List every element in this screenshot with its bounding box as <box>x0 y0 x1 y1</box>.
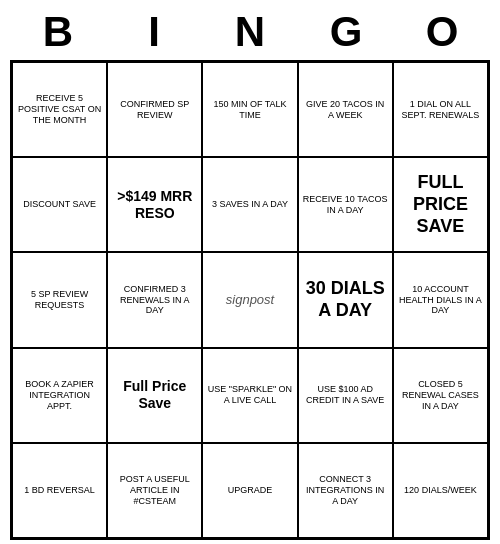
cell-text-o2: FULL PRICE SAVE <box>398 172 483 237</box>
letter-b: B <box>18 8 98 56</box>
cell-text-b4: BOOK A ZAPIER INTEGRATION APPT. <box>17 379 102 411</box>
cell-o5: 120 DIALS/WEEK <box>393 443 488 538</box>
cell-text-i5: POST A USEFUL ARTICLE IN #CSTEAM <box>112 474 197 506</box>
cell-g4: USE $100 AD CREDIT IN A SAVE <box>298 348 393 443</box>
cell-i4: Full Price Save <box>107 348 202 443</box>
cell-text-n2: 3 SAVES IN A DAY <box>212 199 288 210</box>
cell-text-i4: Full Price Save <box>112 378 197 412</box>
cell-o1: 1 DIAL ON ALL SEPT. RENEWALS <box>393 62 488 157</box>
letter-o: O <box>402 8 482 56</box>
cell-text-g5: CONNECT 3 INTEGRATIONS IN A DAY <box>303 474 388 506</box>
cell-text-i3: CONFIRMED 3 RENEWALS IN A DAY <box>112 284 197 316</box>
cell-i2: >$149 MRR RESO <box>107 157 202 252</box>
cell-text-b2: DISCOUNT SAVE <box>23 199 96 210</box>
cell-text-g2: RECEIVE 10 TACOS IN A DAY <box>303 194 388 216</box>
cell-i3: CONFIRMED 3 RENEWALS IN A DAY <box>107 252 202 347</box>
bingo-header: B I N G O <box>10 0 490 60</box>
cell-o2: FULL PRICE SAVE <box>393 157 488 252</box>
cell-text-n5: UPGRADE <box>228 485 273 496</box>
cell-text-b5: 1 BD REVERSAL <box>24 485 95 496</box>
cell-n2: 3 SAVES IN A DAY <box>202 157 297 252</box>
letter-g: G <box>306 8 386 56</box>
cell-g1: GIVE 20 TACOS IN A WEEK <box>298 62 393 157</box>
cell-n5: UPGRADE <box>202 443 297 538</box>
cell-text-i2: >$149 MRR RESO <box>112 188 197 222</box>
letter-i: I <box>114 8 194 56</box>
cell-text-o5: 120 DIALS/WEEK <box>404 485 477 496</box>
cell-text-b3: 5 SP REVIEW REQUESTS <box>17 289 102 311</box>
cell-text-g1: GIVE 20 TACOS IN A WEEK <box>303 99 388 121</box>
cell-g3: 30 DIALS A DAY <box>298 252 393 347</box>
cell-text-i1: CONFIRMED SP REVIEW <box>112 99 197 121</box>
cell-g2: RECEIVE 10 TACOS IN A DAY <box>298 157 393 252</box>
cell-text-b1: RECEIVE 5 POSITIVE CSAT ON THE MONTH <box>17 93 102 125</box>
cell-text-o4: CLOSED 5 RENEWAL CASES IN A DAY <box>398 379 483 411</box>
cell-text-o1: 1 DIAL ON ALL SEPT. RENEWALS <box>398 99 483 121</box>
cell-o3: 10 ACCOUNT HEALTH DIALS IN A DAY <box>393 252 488 347</box>
cell-text-g3: 30 DIALS A DAY <box>303 278 388 321</box>
cell-o4: CLOSED 5 RENEWAL CASES IN A DAY <box>393 348 488 443</box>
cell-b3: 5 SP REVIEW REQUESTS <box>12 252 107 347</box>
bingo-grid: RECEIVE 5 POSITIVE CSAT ON THE MONTHCONF… <box>10 60 490 540</box>
cell-i1: CONFIRMED SP REVIEW <box>107 62 202 157</box>
cell-n4: USE "SPARKLE" ON A LIVE CALL <box>202 348 297 443</box>
cell-text-n4: USE "SPARKLE" ON A LIVE CALL <box>207 384 292 406</box>
cell-text-n1: 150 MIN OF TALK TIME <box>207 99 292 121</box>
cell-b1: RECEIVE 5 POSITIVE CSAT ON THE MONTH <box>12 62 107 157</box>
cell-i5: POST A USEFUL ARTICLE IN #CSTEAM <box>107 443 202 538</box>
letter-n: N <box>210 8 290 56</box>
cell-text-o3: 10 ACCOUNT HEALTH DIALS IN A DAY <box>398 284 483 316</box>
cell-text-g4: USE $100 AD CREDIT IN A SAVE <box>303 384 388 406</box>
cell-b4: BOOK A ZAPIER INTEGRATION APPT. <box>12 348 107 443</box>
cell-text-n3: signpost <box>226 292 274 308</box>
cell-n1: 150 MIN OF TALK TIME <box>202 62 297 157</box>
cell-b2: DISCOUNT SAVE <box>12 157 107 252</box>
cell-b5: 1 BD REVERSAL <box>12 443 107 538</box>
cell-g5: CONNECT 3 INTEGRATIONS IN A DAY <box>298 443 393 538</box>
cell-n3: signpost <box>202 252 297 347</box>
